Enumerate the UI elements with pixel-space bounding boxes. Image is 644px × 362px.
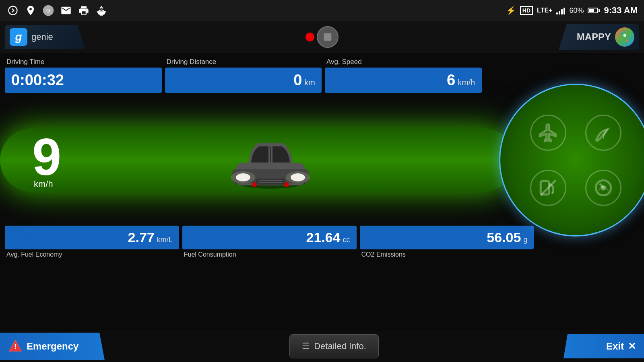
co2-label: CO2 Emissions: [360, 251, 534, 258]
fuel-economy-block: 2.77 km/L Avg. Fuel Economy: [5, 226, 179, 258]
genie-label: genie: [31, 32, 53, 42]
car-svg: [226, 119, 315, 200]
location-icon: [24, 4, 37, 17]
svg-point-11: [286, 171, 310, 183]
strava-icon: [6, 4, 19, 17]
co2-block: 56.05 g CO2 Emissions: [360, 226, 534, 258]
speed-value: 9: [32, 131, 61, 183]
stats-row: Driving Time 0:00:32 Driving Distance 0 …: [0, 53, 644, 93]
eco-drive-icon: [530, 115, 566, 151]
svg-rect-13: [258, 180, 283, 181]
speed-display: 9 km/h: [32, 131, 61, 189]
co2-value-box: 56.05 g: [360, 226, 534, 249]
driving-distance-unit: km: [304, 78, 315, 87]
hd-badge: HD: [520, 6, 533, 15]
fuel-economy-label: Avg. Fuel Economy: [5, 251, 179, 258]
action-bar: ! Emergency ☰ Detailed Info. Exit ✕: [0, 331, 644, 362]
svg-rect-2: [324, 33, 332, 41]
car-display: [226, 119, 315, 201]
driving-distance-label: Driving Distance: [165, 58, 322, 66]
fuel-consumption-block: 21.64 cc Fuel Consumption: [182, 226, 357, 258]
driving-time-block: Driving Time 0:00:32: [5, 58, 162, 93]
fuel-economy-value: 2.77: [128, 230, 155, 245]
fuel-consumption-value: 21.64: [306, 230, 340, 245]
driving-time-value: 0:00:32: [11, 72, 64, 89]
avg-speed-value: 6: [447, 72, 455, 89]
fuel-economy-value-box: 2.77 km/L: [5, 226, 179, 249]
fuel-consumption-value-box: 21.64 cc: [182, 226, 357, 249]
co2-value: 56.05: [487, 230, 521, 245]
svg-text:!: !: [14, 343, 16, 350]
header-row: g genie MAPPY: [0, 21, 644, 53]
clock: 9:33 AM: [604, 5, 638, 16]
recycle-icon: [95, 4, 108, 17]
record-button[interactable]: [317, 26, 339, 48]
speed-unit: km/h: [32, 179, 53, 189]
fuel-economy-unit: km/L: [157, 236, 173, 244]
signal-bars: [556, 6, 565, 14]
speedometer-icon: [585, 170, 621, 206]
warning-triangle-icon: !: [8, 339, 23, 354]
genie-icon: g: [10, 28, 27, 46]
battery-percent: 60%: [569, 6, 584, 15]
driving-time-value-box: 0:00:32: [5, 68, 162, 93]
driving-distance-value-box: 0 km: [165, 68, 322, 93]
driving-distance-block: Driving Distance 0 km: [165, 58, 322, 93]
avg-speed-label: Avg. Speed: [325, 58, 482, 66]
svg-text:G: G: [46, 8, 50, 14]
detailed-info-label: Detailed Info.: [314, 341, 366, 352]
svg-point-16: [284, 182, 289, 187]
battery-icon: [588, 8, 600, 13]
eco-circle: [499, 84, 644, 237]
camera-icon: G: [42, 4, 55, 17]
driving-distance-value: 0: [293, 72, 302, 89]
mappy-logo: [615, 27, 634, 47]
avg-speed-unit: km/h: [458, 78, 475, 87]
exit-button[interactable]: Exit ✕: [564, 334, 644, 358]
fuel-consumption-unit: cc: [343, 236, 350, 244]
no-fuel-icon: [530, 170, 566, 206]
fuel-consumption-label: Fuel Consumption: [182, 251, 357, 258]
genie-tab[interactable]: g genie: [5, 25, 85, 49]
recording-dot: [305, 33, 314, 41]
leaf-icon: [585, 115, 621, 151]
menu-lines-icon: ☰: [302, 341, 310, 352]
status-left-icons: G: [6, 4, 108, 17]
svg-rect-14: [258, 182, 283, 183]
close-x-icon: ✕: [628, 341, 636, 352]
svg-point-3: [623, 34, 626, 37]
avg-speed-value-box: 6 km/h: [325, 68, 482, 93]
svg-point-10: [231, 171, 255, 183]
mail-icon: [60, 4, 72, 17]
status-bar: G ⚡ HD LTE+ 60% 9:33 AM: [0, 0, 644, 21]
emergency-label: Emergency: [27, 341, 78, 352]
recording-controls: [305, 26, 339, 48]
lte-badge: LTE+: [537, 7, 552, 14]
exit-label: Exit: [606, 341, 624, 352]
detailed-info-button[interactable]: ☰ Detailed Info.: [289, 334, 379, 358]
printer-icon: [77, 4, 90, 17]
co2-unit: g: [523, 236, 527, 244]
mappy-tab[interactable]: MAPPY: [559, 24, 639, 50]
emergency-button[interactable]: ! Emergency: [0, 333, 105, 360]
bluetooth-icon: ⚡: [506, 6, 516, 15]
status-right: ⚡ HD LTE+ 60% 9:33 AM: [506, 5, 638, 16]
driving-time-label: Driving Time: [5, 58, 162, 66]
svg-point-15: [252, 182, 257, 187]
mappy-label: MAPPY: [577, 31, 611, 43]
avg-speed-block: Avg. Speed 6 km/h: [325, 58, 482, 93]
driving-area: 9 km/h: [0, 98, 644, 222]
svg-rect-12: [256, 179, 285, 185]
